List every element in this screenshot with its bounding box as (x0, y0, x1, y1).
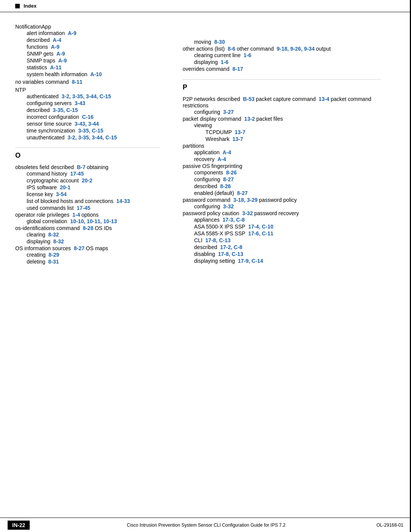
tcpdump-link[interactable]: 13-7 (235, 129, 245, 135)
passive-os-described-entry: described 8-26 (194, 183, 381, 189)
os-maps-creating-entry: creating 8-29 (27, 252, 160, 258)
other-actions-entry: other actions (list) 8-6 (183, 46, 236, 52)
pw-recovery-described-entry: described 17-2, C-8 (194, 244, 381, 250)
other-actions-link[interactable]: 8-6 (228, 46, 235, 52)
cmd-history-link[interactable]: 17-45 (70, 171, 84, 177)
os-ident-cmd-link[interactable]: 8-28 (83, 225, 93, 231)
overrides-cmd-link[interactable]: 8-17 (233, 66, 243, 72)
pw-recovery-cli-link[interactable]: 17-8, C-13 (206, 237, 231, 243)
sensor-time-link[interactable]: 3-43, 3-44 (75, 121, 99, 127)
pw-policy-caution-link[interactable]: 3-32 (242, 210, 253, 216)
incorrect-config-link[interactable]: C-16 (82, 114, 94, 120)
blocked-hosts-link[interactable]: 14-33 (116, 198, 130, 204)
other-command-link[interactable]: 9-18, 9-26, 9-34 (277, 46, 315, 52)
configuring-servers-entry: configuring servers 3-43 (27, 100, 160, 106)
described-link[interactable]: A-4 (53, 37, 61, 43)
ntp-described-link[interactable]: 3-35, C-15 (53, 107, 78, 113)
bottom-left: IN-22 (8, 521, 36, 530)
used-cmds-link[interactable]: 17-45 (77, 205, 91, 211)
os-ids-label: OS IDs (95, 225, 112, 231)
output-displaying-link[interactable]: 1-6 (221, 59, 228, 65)
obsoletes-link[interactable]: B-7 (77, 164, 86, 170)
password-cmd-link[interactable]: 3-18, 3-29 (233, 197, 258, 203)
pkt-cmd-configuring-entry: configuring 3-27 (194, 109, 381, 115)
global-correlation-link[interactable]: 10-10, 10-11, 10-13 (70, 218, 117, 224)
pw-policy-configuring-link[interactable]: 3-32 (223, 203, 234, 209)
moving-entry: moving 8-30 (194, 39, 381, 45)
statistics-entry: statistics A-11 (27, 64, 160, 70)
passive-os-label: passive OS fingerprinting (183, 163, 242, 169)
ips-software-link[interactable]: 20-1 (60, 184, 70, 190)
right-top-entries: moving 8-30 other actions (list) 8-6 oth… (183, 39, 381, 72)
other-command-entry: other command 9-18, 9-26, 9-34 (237, 46, 315, 52)
no-variables-link[interactable]: 8-11 (72, 79, 83, 85)
no-variables-group: no variables command 8-11 (15, 79, 160, 85)
p-section-divider (183, 79, 381, 80)
os-info-sources-link[interactable]: 8-27 (74, 245, 84, 251)
alert-info-entry: alert information A-9 (27, 30, 160, 36)
passive-os-configuring-entry: configuring 8-27 (194, 176, 381, 182)
notification-group: NotificationApp alert information A-9 de… (15, 24, 160, 77)
p2p-link[interactable]: B-53 (243, 96, 255, 102)
obsoletes-entry: obsoletes field described B-7 (15, 164, 85, 170)
pw-recovery-appliances-link[interactable]: 17-3, C-8 (223, 217, 245, 223)
system-health-link[interactable]: A-10 (90, 71, 102, 77)
ntp-group: NTP authenticated 3-2, 3-35, 3-44, C-15 … (15, 87, 160, 141)
ips-software-entry: IPS software 20-1 (27, 184, 160, 190)
passive-os-enabled-link[interactable]: 8-27 (237, 190, 248, 196)
output-displaying-entry: displaying 1-6 (194, 59, 381, 65)
p2p-entry: P2P networks described B-53 (183, 96, 255, 102)
passive-os-components-link[interactable]: 8-26 (226, 169, 237, 176)
operator-role-link[interactable]: 1-4 (72, 212, 80, 218)
clearing-current-line-link[interactable]: 1-6 (244, 52, 251, 58)
bottom-right-text: OL-29168-01 (376, 522, 403, 528)
o-entries: obsoletes field described B-7 obtaining … (15, 164, 160, 265)
pw-recovery-asa5585-entry: ASA 5585-X IPS SSP 17-6, C-11 (194, 230, 381, 236)
overrides-cmd-entry: overrides command 8-17 (183, 66, 243, 72)
packet-capture-link[interactable]: 13-4 (319, 96, 329, 102)
functions-link[interactable]: A-9 (51, 44, 60, 50)
license-key-link[interactable]: 3-54 (56, 191, 67, 197)
system-health-entry: system health information A-10 (27, 71, 160, 77)
moving-link[interactable]: 8-30 (214, 39, 225, 45)
crypto-account-link[interactable]: 20-2 (82, 177, 92, 184)
passive-os-configuring-link[interactable]: 8-27 (223, 176, 234, 182)
passive-os-described-link[interactable]: 8-26 (220, 183, 231, 189)
os-maps-deleting-entry: deleting 8-31 (27, 259, 160, 265)
square-icon (15, 4, 20, 8)
obtaining-label: obtaining (87, 164, 108, 170)
partitions-app-link[interactable]: A-4 (223, 149, 231, 155)
packet-capture-entry: packet capture command 13-4 (256, 96, 329, 102)
snmp-traps-link[interactable]: A-9 (58, 58, 67, 64)
passive-os-enabled-entry: enabled (default) 8-27 (194, 190, 381, 196)
time-sync-link[interactable]: 3-35, C-15 (78, 128, 103, 134)
no-variables-entry: no variables command 8-11 (15, 79, 83, 85)
pw-recovery-label: password recovery (254, 210, 299, 216)
pw-recovery-disabling-link[interactable]: 17-8, C-13 (218, 251, 243, 257)
authenticated-link[interactable]: 3-2, 3-35, 3-44, C-15 (62, 93, 111, 99)
pkt-cmd-configuring-link[interactable]: 3-27 (223, 109, 234, 115)
alert-info-link[interactable]: A-9 (68, 30, 76, 36)
pw-recovery-described-link[interactable]: 17-2, C-8 (220, 244, 242, 250)
configuring-servers-link[interactable]: 3-43 (75, 100, 85, 106)
unauthenticated-link[interactable]: 3-2, 3-35, 3-44, C-15 (67, 134, 117, 141)
pw-recovery-asa5500-link[interactable]: 17-4, C-10 (248, 224, 273, 230)
pw-recovery-displaying-entry: displaying setting 17-9, C-14 (194, 258, 381, 264)
pw-recovery-asa5585-link[interactable]: 17-6, C-11 (248, 230, 273, 236)
o-section-divider (15, 147, 160, 148)
partitions-recovery-link[interactable]: A-4 (217, 156, 226, 162)
statistics-link[interactable]: A-11 (50, 64, 61, 70)
os-maps-deleting-link[interactable]: 8-31 (48, 259, 59, 265)
os-ids-displaying-link[interactable]: 8-32 (53, 238, 64, 244)
snmp-gets-link[interactable]: A-9 (56, 51, 65, 57)
clearing-current-line-entry: clearing current line 1-6 (194, 52, 381, 58)
time-sync-entry: time synchronization 3-35, C-15 (27, 128, 160, 134)
packet-display-link[interactable]: 13-2 (244, 116, 255, 122)
os-ids-clearing-link[interactable]: 8-32 (48, 232, 59, 238)
wireshark-link[interactable]: 13-7 (233, 136, 243, 142)
pw-recovery-displaying-link[interactable]: 17-9, C-14 (238, 258, 263, 264)
os-maps-creating-link[interactable]: 8-29 (49, 252, 59, 258)
packet-files-viewing-label: viewing (194, 122, 381, 128)
os-ident-cmd-entry: os-identifications command 8-28 (15, 225, 93, 231)
partitions-app-entry: application A-4 (194, 149, 381, 155)
